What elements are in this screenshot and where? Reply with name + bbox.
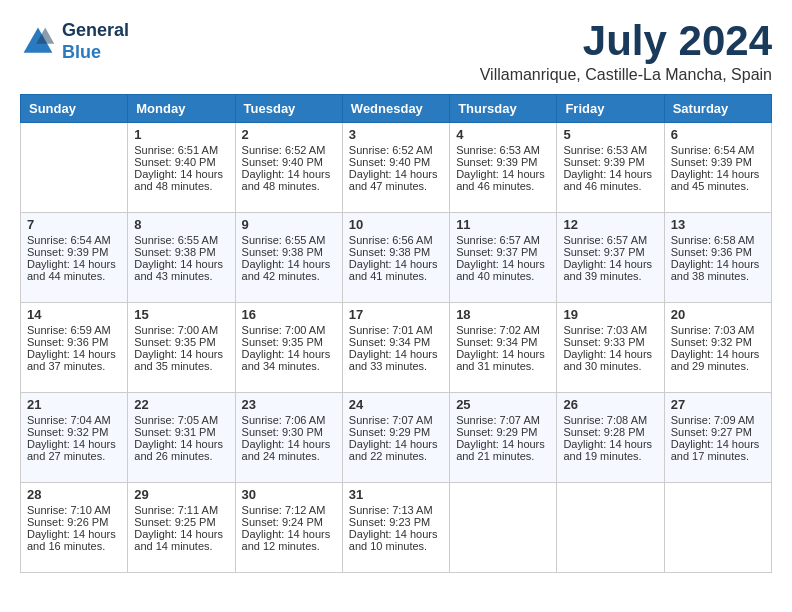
calendar-cell: 18Sunrise: 7:02 AMSunset: 9:34 PMDayligh…	[450, 303, 557, 393]
calendar-cell: 7Sunrise: 6:54 AMSunset: 9:39 PMDaylight…	[21, 213, 128, 303]
cell-info: Sunrise: 6:57 AM	[563, 234, 657, 246]
weekday-header: Friday	[557, 95, 664, 123]
day-number: 7	[27, 217, 121, 232]
day-number: 27	[671, 397, 765, 412]
calendar-cell: 13Sunrise: 6:58 AMSunset: 9:36 PMDayligh…	[664, 213, 771, 303]
cell-info: Sunrise: 6:59 AM	[27, 324, 121, 336]
cell-info: Daylight: 14 hours	[134, 528, 228, 540]
weekday-header: Monday	[128, 95, 235, 123]
cell-info: Sunrise: 7:01 AM	[349, 324, 443, 336]
cell-info: Sunrise: 7:04 AM	[27, 414, 121, 426]
calendar-cell: 23Sunrise: 7:06 AMSunset: 9:30 PMDayligh…	[235, 393, 342, 483]
day-number: 11	[456, 217, 550, 232]
calendar-cell: 12Sunrise: 6:57 AMSunset: 9:37 PMDayligh…	[557, 213, 664, 303]
day-number: 17	[349, 307, 443, 322]
cell-info: Sunrise: 6:53 AM	[563, 144, 657, 156]
day-number: 1	[134, 127, 228, 142]
cell-info: Sunset: 9:40 PM	[242, 156, 336, 168]
calendar-cell: 25Sunrise: 7:07 AMSunset: 9:29 PMDayligh…	[450, 393, 557, 483]
cell-info: Daylight: 14 hours	[349, 168, 443, 180]
cell-info: Daylight: 14 hours	[456, 258, 550, 270]
cell-info: and 21 minutes.	[456, 450, 550, 462]
day-number: 3	[349, 127, 443, 142]
cell-info: and 33 minutes.	[349, 360, 443, 372]
cell-info: Sunset: 9:29 PM	[349, 426, 443, 438]
cell-info: Daylight: 14 hours	[563, 438, 657, 450]
day-number: 13	[671, 217, 765, 232]
calendar-cell	[664, 483, 771, 573]
cell-info: Sunset: 9:35 PM	[242, 336, 336, 348]
cell-info: Daylight: 14 hours	[456, 168, 550, 180]
location: Villamanrique, Castille-La Mancha, Spain	[480, 66, 772, 84]
cell-info: Sunset: 9:31 PM	[134, 426, 228, 438]
calendar-cell: 22Sunrise: 7:05 AMSunset: 9:31 PMDayligh…	[128, 393, 235, 483]
cell-info: Sunset: 9:33 PM	[563, 336, 657, 348]
cell-info: and 10 minutes.	[349, 540, 443, 552]
calendar-cell: 8Sunrise: 6:55 AMSunset: 9:38 PMDaylight…	[128, 213, 235, 303]
cell-info: Sunrise: 7:08 AM	[563, 414, 657, 426]
cell-info: Sunrise: 6:58 AM	[671, 234, 765, 246]
cell-info: Daylight: 14 hours	[27, 528, 121, 540]
day-number: 24	[349, 397, 443, 412]
calendar-cell: 6Sunrise: 6:54 AMSunset: 9:39 PMDaylight…	[664, 123, 771, 213]
cell-info: Daylight: 14 hours	[349, 258, 443, 270]
cell-info: Sunrise: 7:09 AM	[671, 414, 765, 426]
day-number: 12	[563, 217, 657, 232]
calendar-cell: 16Sunrise: 7:00 AMSunset: 9:35 PMDayligh…	[235, 303, 342, 393]
calendar-cell	[557, 483, 664, 573]
calendar-cell: 15Sunrise: 7:00 AMSunset: 9:35 PMDayligh…	[128, 303, 235, 393]
cell-info: Daylight: 14 hours	[134, 438, 228, 450]
cell-info: Sunset: 9:39 PM	[27, 246, 121, 258]
cell-info: and 30 minutes.	[563, 360, 657, 372]
calendar-week-row: 1Sunrise: 6:51 AMSunset: 9:40 PMDaylight…	[21, 123, 772, 213]
cell-info: Daylight: 14 hours	[349, 438, 443, 450]
cell-info: and 27 minutes.	[27, 450, 121, 462]
cell-info: Daylight: 14 hours	[671, 168, 765, 180]
day-number: 15	[134, 307, 228, 322]
cell-info: and 42 minutes.	[242, 270, 336, 282]
logo: General Blue	[20, 20, 129, 63]
day-number: 23	[242, 397, 336, 412]
cell-info: and 12 minutes.	[242, 540, 336, 552]
day-number: 29	[134, 487, 228, 502]
cell-info: and 48 minutes.	[134, 180, 228, 192]
cell-info: Sunset: 9:38 PM	[134, 246, 228, 258]
cell-info: Daylight: 14 hours	[242, 528, 336, 540]
cell-info: Daylight: 14 hours	[242, 348, 336, 360]
cell-info: Sunset: 9:26 PM	[27, 516, 121, 528]
day-number: 25	[456, 397, 550, 412]
cell-info: Sunrise: 6:56 AM	[349, 234, 443, 246]
cell-info: and 46 minutes.	[563, 180, 657, 192]
cell-info: and 34 minutes.	[242, 360, 336, 372]
cell-info: and 22 minutes.	[349, 450, 443, 462]
cell-info: and 46 minutes.	[456, 180, 550, 192]
calendar-table: SundayMondayTuesdayWednesdayThursdayFrid…	[20, 94, 772, 573]
calendar-cell: 14Sunrise: 6:59 AMSunset: 9:36 PMDayligh…	[21, 303, 128, 393]
cell-info: Daylight: 14 hours	[242, 168, 336, 180]
cell-info: and 17 minutes.	[671, 450, 765, 462]
calendar-cell: 2Sunrise: 6:52 AMSunset: 9:40 PMDaylight…	[235, 123, 342, 213]
cell-info: Daylight: 14 hours	[242, 438, 336, 450]
cell-info: Sunset: 9:38 PM	[349, 246, 443, 258]
cell-info: Sunrise: 6:52 AM	[349, 144, 443, 156]
calendar-cell: 9Sunrise: 6:55 AMSunset: 9:38 PMDaylight…	[235, 213, 342, 303]
day-number: 5	[563, 127, 657, 142]
cell-info: Sunrise: 7:02 AM	[456, 324, 550, 336]
cell-info: Sunset: 9:32 PM	[671, 336, 765, 348]
logo-icon	[20, 24, 56, 60]
day-number: 10	[349, 217, 443, 232]
cell-info: Sunrise: 7:10 AM	[27, 504, 121, 516]
cell-info: and 16 minutes.	[27, 540, 121, 552]
calendar-cell: 28Sunrise: 7:10 AMSunset: 9:26 PMDayligh…	[21, 483, 128, 573]
cell-info: Sunrise: 7:12 AM	[242, 504, 336, 516]
day-number: 6	[671, 127, 765, 142]
day-number: 22	[134, 397, 228, 412]
calendar-cell: 20Sunrise: 7:03 AMSunset: 9:32 PMDayligh…	[664, 303, 771, 393]
cell-info: Sunset: 9:34 PM	[349, 336, 443, 348]
cell-info: Sunrise: 7:06 AM	[242, 414, 336, 426]
cell-info: Daylight: 14 hours	[349, 348, 443, 360]
calendar-cell: 31Sunrise: 7:13 AMSunset: 9:23 PMDayligh…	[342, 483, 449, 573]
cell-info: Sunrise: 7:07 AM	[456, 414, 550, 426]
calendar-week-row: 7Sunrise: 6:54 AMSunset: 9:39 PMDaylight…	[21, 213, 772, 303]
cell-info: Sunrise: 6:55 AM	[242, 234, 336, 246]
